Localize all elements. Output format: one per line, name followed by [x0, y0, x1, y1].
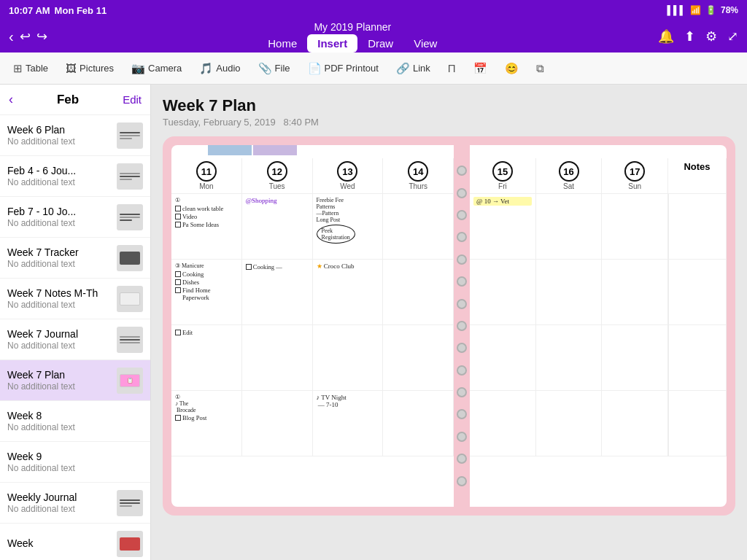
sidebar-thumb	[117, 490, 143, 516]
cell-wed-r4: ♪ TV Night — 7-10	[313, 391, 384, 456]
cell-sun-r3	[602, 325, 668, 391]
spiral-ring	[457, 166, 467, 176]
spiral-ring	[457, 365, 467, 376]
file-icon: 📎	[258, 62, 272, 75]
page-title: Week 7 Plan	[163, 96, 735, 115]
tab-lavender[interactable]	[253, 145, 297, 155]
cell-mon-r3: Edit	[171, 325, 242, 391]
main-layout: ‹ Feb Edit Week 6 Plan No additional tex…	[0, 85, 747, 560]
sidebar-item-week7plan[interactable]: Week 7 Plan No additional text 📋	[0, 360, 150, 401]
sidebar-item-week7journal[interactable]: Week 7 Journal No additional text	[0, 319, 150, 360]
sidebar-item-week6plan[interactable]: Week 6 Plan No additional text	[0, 115, 150, 156]
fullscreen-icon[interactable]: ⤢	[727, 28, 738, 44]
content-area: Week 7 Plan Tuesday, February 5, 2019 8:…	[151, 85, 747, 560]
tab-home[interactable]: Home	[258, 34, 307, 52]
cell-wed-r2: ★ Croco Club	[313, 260, 384, 325]
tab-draw[interactable]: Draw	[357, 34, 403, 52]
notebook: 11 Mon 12 Tues 13 Wed 14 Thurs	[163, 136, 735, 516]
spiral-ring	[457, 454, 467, 464]
camera-button[interactable]: 📷 Camera	[124, 59, 189, 78]
day-header-wed: 13 Wed	[313, 158, 384, 194]
bell-icon[interactable]: 🔔	[658, 28, 674, 44]
share-icon[interactable]: ⬆	[684, 28, 695, 44]
cell-mon-r2: ③ Manicure Cooking Dishes Find HomePaper…	[171, 260, 242, 325]
sidebar-item-week7notes[interactable]: Week 7 Notes M-Th No additional text	[0, 279, 150, 319]
date: Mon Feb 11	[55, 5, 107, 16]
day-header-mon: 11 Mon	[171, 158, 242, 194]
camera-icon: 📷	[131, 62, 145, 75]
spiral-ring	[457, 210, 467, 220]
left-page: 11 Mon 12 Tues 13 Wed 14 Thurs	[171, 145, 454, 507]
audio-button[interactable]: 🎵 Audio	[192, 59, 247, 78]
undo-button[interactable]: ↩	[20, 28, 31, 44]
link-icon: 🔗	[396, 62, 410, 75]
cell-sun-r2	[602, 260, 668, 325]
nav-icons: 🔔 ⬆ ⚙ ⤢	[658, 28, 738, 44]
right-page: 15 Fri 16 Sat 17 Sun Notes	[470, 145, 727, 507]
tab-insert[interactable]: Insert	[307, 34, 357, 52]
emoji-icon: 😊	[505, 62, 519, 75]
day-header-sat: 16 Sat	[536, 158, 603, 194]
nav-tabs: Home Insert Draw View	[53, 34, 652, 52]
settings-icon[interactable]: ⚙	[705, 28, 717, 44]
table-button[interactable]: ⊞ Table	[6, 59, 55, 78]
spiral-ring	[457, 276, 467, 287]
page-date: Tuesday, February 5, 2019 8:40 PM	[163, 117, 735, 128]
cell-sun-r4	[602, 391, 668, 456]
cell-sat-r1	[536, 194, 603, 260]
notes-r4	[668, 391, 727, 456]
page-title-bar: Week 7 Plan Tuesday, February 5, 2019 8:…	[163, 96, 735, 128]
cell-fri-r4	[470, 391, 536, 456]
sidebar-header: ‹ Feb Edit	[0, 85, 150, 115]
back-button[interactable]: ‹	[9, 28, 14, 45]
cell-fri-r3	[470, 325, 536, 391]
spiral-ring	[457, 254, 467, 265]
spiral-ring	[457, 321, 467, 331]
sidebar-item-feb710[interactable]: Feb 7 - 10 Jo... No additional text	[0, 197, 150, 238]
status-bar: 10:07 AM Mon Feb 11 ▌▌▌ 📶 🔋 78%	[0, 0, 747, 20]
notes-title: Notes	[671, 161, 723, 172]
sidebar-item-week8[interactable]: Week 8 No additional text	[0, 401, 150, 442]
spiral-ring	[457, 343, 467, 353]
cell-sun-r1	[602, 194, 668, 260]
time: 10:07 AM	[9, 5, 50, 16]
sidebar-collapse-button[interactable]: ‹	[9, 92, 13, 107]
wifi-icon: 📶	[690, 5, 701, 15]
sidebar-item-week7tracker[interactable]: Week 7 Tracker No additional text	[0, 238, 150, 279]
sidebar-thumb	[117, 245, 143, 271]
pi-icon: Π	[448, 62, 456, 74]
file-button[interactable]: 📎 File	[251, 59, 298, 78]
notes-r2	[668, 260, 727, 325]
toolbar: ⊞ Table 🖼 Pictures 📷 Camera 🎵 Audio 📎 Fi…	[0, 52, 747, 85]
link-button[interactable]: 🔗 Link	[389, 59, 438, 78]
pi-button[interactable]: Π	[441, 59, 463, 77]
table-icon: ⊞	[13, 62, 23, 75]
pictures-button[interactable]: 🖼 Pictures	[58, 59, 121, 77]
day-header-thu: 14 Thurs	[383, 158, 454, 194]
notes-header: Notes	[668, 158, 727, 194]
notes-r3	[668, 325, 727, 391]
day-header-tue: 12 Tues	[242, 158, 313, 194]
sidebar-item-week[interactable]: Week	[0, 524, 150, 560]
sidebar-thumb	[117, 204, 143, 230]
calendar-button[interactable]: 📅	[466, 59, 495, 78]
nav-center: My 2019 Planner Home Insert Draw View	[53, 21, 652, 52]
cell-fri-r1: @ 10 → Vet	[470, 194, 536, 260]
sidebar-item-weeklyjournal[interactable]: Weekly Journal No additional text	[0, 483, 150, 524]
nav-bar: ‹ ↩ ↪ My 2019 Planner Home Insert Draw V…	[0, 20, 747, 52]
sidebar-month: Feb	[57, 93, 79, 107]
emoji-button[interactable]: 😊	[498, 59, 526, 78]
signal-icon: ▌▌▌	[667, 5, 686, 15]
sidebar-edit-button[interactable]: Edit	[123, 93, 142, 106]
cell-tue-r1: @Shopping	[242, 194, 313, 260]
tab-view[interactable]: View	[403, 34, 447, 52]
sidebar-item-feb46[interactable]: Feb 4 - 6 Jou... No additional text	[0, 156, 150, 197]
audio-icon: 🎵	[199, 62, 213, 75]
pdf-icon: 📄	[308, 62, 322, 75]
tab-blue[interactable]	[208, 145, 252, 155]
day-header-fri: 15 Fri	[470, 158, 536, 194]
sidebar-item-week9[interactable]: Week 9 No additional text	[0, 442, 150, 483]
pages-button[interactable]: ⧉	[529, 59, 551, 78]
pdf-button[interactable]: 📄 PDF Printout	[301, 59, 386, 78]
redo-button[interactable]: ↪	[36, 28, 47, 44]
